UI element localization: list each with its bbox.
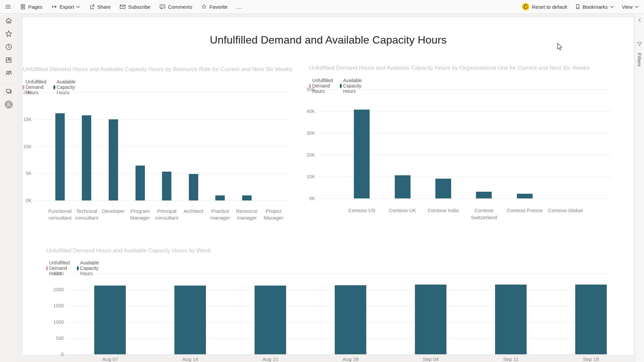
legend-dot [53, 85, 55, 89]
browse-button[interactable] [4, 87, 13, 96]
subscribe-button[interactable]: Subscribe [119, 4, 151, 10]
x-axis-category-label: Sep 11 [471, 356, 551, 362]
hamburger-menu-button[interactable] [5, 3, 11, 10]
bar[interactable] [395, 175, 411, 198]
bar[interactable] [174, 286, 206, 354]
bar-series [67, 274, 608, 354]
x-axis-category-label: Aug 28 [311, 356, 391, 362]
chart-plot: 50K40K30K20K10K0K [318, 89, 611, 198]
chart-title: Unfulfilled Demand Hours and Available C… [309, 65, 590, 71]
chart-category-axis: Functional consultantTechnical consultan… [47, 208, 287, 221]
y-axis-tick: 10K [295, 174, 315, 179]
y-axis-tick: 1000 [44, 319, 64, 325]
chevron-down-icon [76, 6, 80, 8]
home-button[interactable] [4, 16, 13, 25]
export-label: Export [60, 4, 74, 10]
favorite-button[interactable]: Favorite [201, 4, 227, 10]
bar[interactable] [162, 172, 171, 200]
x-axis-category-label: Aug 07 [70, 356, 150, 362]
comments-bubble-icon [159, 4, 166, 10]
y-axis-tick: 2000 [44, 287, 64, 292]
bar[interactable] [215, 195, 225, 200]
bookmark-icon [575, 4, 580, 10]
pages-button[interactable]: Pages [20, 4, 43, 10]
share-icon [89, 4, 95, 10]
y-axis-tick: 50K [295, 87, 315, 92]
x-axis-category-label: Contoso UK [382, 207, 423, 221]
bar-series [318, 89, 611, 198]
share-button[interactable]: Share [89, 4, 111, 10]
x-axis-category-label: Contoso Switzerland [464, 207, 504, 221]
gridline [35, 200, 290, 201]
home-icon [4, 20, 13, 26]
filters-collapsed-pane: Filters [635, 14, 644, 362]
bar[interactable] [435, 179, 451, 198]
star-icon [4, 34, 13, 39]
bar[interactable] [255, 286, 286, 354]
chevron-down-icon [635, 6, 639, 8]
more-options-button[interactable]: … [236, 3, 243, 10]
x-axis-category-label: Contoso US [341, 207, 382, 221]
shared-with-me-button[interactable] [4, 69, 13, 77]
bar[interactable] [517, 194, 533, 198]
account-button[interactable] [4, 100, 13, 109]
bar[interactable] [82, 115, 91, 200]
chevron-down-icon [610, 6, 614, 8]
bar[interactable] [189, 174, 198, 200]
x-axis-category-label: Aug 14 [150, 356, 230, 362]
top-toolbar: Pages Export Share Subscribe [0, 0, 644, 14]
export-button[interactable]: Export [51, 4, 80, 10]
stacked-windows-icon [4, 91, 13, 97]
y-axis-tick: 0 [44, 352, 64, 357]
y-axis-tick: 30K [295, 130, 315, 136]
filters-label: Filters [637, 53, 642, 67]
export-icon [51, 4, 57, 10]
filter-funnel-icon[interactable] [637, 41, 642, 48]
bar[interactable] [354, 110, 370, 198]
toolbar-right: Reset to default Bookmarks View [514, 0, 644, 13]
x-axis-category-label: Aug 21 [230, 356, 311, 362]
x-axis-category-label: Principal consultant [153, 208, 180, 221]
bar[interactable] [109, 119, 118, 200]
bar[interactable] [575, 285, 607, 354]
share-label: Share [97, 4, 111, 10]
bar[interactable] [476, 192, 492, 198]
favorite-label: Favorite [209, 4, 227, 10]
legend-dot [340, 84, 341, 88]
bar[interactable] [55, 113, 65, 200]
view-button[interactable]: View [622, 4, 639, 10]
bar[interactable] [335, 285, 366, 354]
x-axis-category-label: Project Manager [260, 208, 287, 221]
y-axis-tick: 2500 [44, 271, 64, 276]
account-avatar-icon [4, 104, 13, 110]
apps-button[interactable] [4, 56, 13, 64]
bar[interactable] [495, 285, 527, 354]
bar[interactable] [415, 285, 446, 354]
chart-plot: 25002000150010005000 [67, 274, 608, 354]
x-axis-category-label: Functional consultant [47, 208, 73, 221]
y-axis-tick: 1500 [44, 303, 64, 308]
chart-title: Unfulfilled Demand Hours and Available C… [46, 247, 211, 254]
comments-button[interactable]: Comments [159, 4, 193, 10]
recent-button[interactable] [4, 43, 13, 51]
bar[interactable] [136, 166, 145, 200]
gridline [67, 354, 608, 355]
reset-to-default-button[interactable]: Reset to default [522, 3, 567, 11]
subscribe-envelope-icon [119, 4, 126, 9]
bookmarks-label: Bookmarks [583, 4, 608, 10]
apps-grid-icon [4, 60, 13, 65]
favorites-button[interactable] [4, 29, 13, 38]
legend-dot [77, 266, 78, 270]
bar[interactable] [242, 195, 252, 200]
bookmarks-button[interactable]: Bookmarks [575, 4, 614, 10]
favorite-star-icon [201, 4, 207, 10]
x-axis-category-label: Program Manager [127, 208, 154, 221]
y-axis-tick: 0K [295, 196, 315, 201]
bar[interactable] [94, 286, 126, 354]
pages-label: Pages [28, 4, 43, 10]
chart-plot: 20K15K10K5K0K [35, 92, 290, 200]
left-nav-sidebar [0, 14, 17, 362]
expand-filters-button[interactable] [638, 18, 641, 24]
comments-label: Comments [168, 4, 193, 10]
reset-icon [522, 3, 530, 11]
